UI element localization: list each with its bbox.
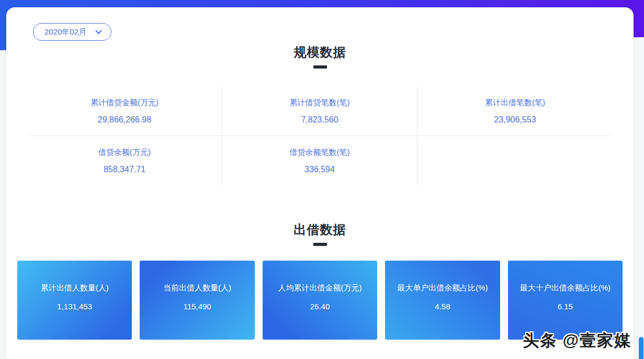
stat-value: 7,823,560 xyxy=(301,115,338,125)
stat-label: 累计借贷笔数(笔) xyxy=(290,98,350,108)
month-select[interactable]: 2020年02月 xyxy=(33,23,111,41)
card-label: 最大十户出借余额占比(%) xyxy=(520,283,611,293)
card-current-lenders: 当前出借人数量(人) 115,490 xyxy=(140,261,254,340)
card-max-single-lender-ratio: 最大单户出借余额占比(%) 4.58 xyxy=(385,261,500,340)
stat-cell-loan-balance-count: 借贷余额笔数(笔) 336,594 xyxy=(222,136,417,186)
stat-cell-loan-balance: 借贷余额(万元) 858,347.71 xyxy=(27,136,222,186)
card-label: 人均累计出借金额(万元) xyxy=(278,283,362,293)
card-total-lenders: 累计出借人数量(人) 1,131,453 xyxy=(17,261,132,340)
scale-section-title: 规模数据 xyxy=(6,44,634,61)
stat-value: 29,866,266.98 xyxy=(98,115,151,125)
title-underline xyxy=(313,65,327,69)
stat-cell-total-lend-count: 累计出借笔数(笔) 23,906,553 xyxy=(417,86,613,136)
card-max-top10-lender-ratio: 最大十户出借余额占比(%) 6.15 xyxy=(508,261,623,340)
card-label: 最大单户出借余额占比(%) xyxy=(397,283,488,293)
stat-cell-total-loan-count: 累计借贷笔数(笔) 7,823,560 xyxy=(222,86,417,136)
stat-value: 336,594 xyxy=(304,165,335,174)
stat-label: 累计出借笔数(笔) xyxy=(485,98,545,108)
watermark-text: 头条 @壹家媒 xyxy=(523,330,631,352)
card-value: 4.58 xyxy=(435,302,450,311)
card-average-lend-amount: 人均累计出借金额(万元) 26.40 xyxy=(263,261,377,340)
card-value: 1,131,453 xyxy=(57,302,92,311)
scrollbar-thumb[interactable] xyxy=(639,337,643,359)
stat-value: 858,347.71 xyxy=(104,165,145,174)
stat-label: 借贷余额(万元) xyxy=(98,148,151,158)
stat-label: 借贷余额笔数(笔) xyxy=(290,148,350,158)
stat-cell-total-loan-amount: 累计借贷金额(万元) 29,866,266.98 xyxy=(27,86,222,136)
card-value: 26.40 xyxy=(310,302,330,311)
card-value: 115,490 xyxy=(184,302,211,311)
content-card: 2020年02月 规模数据 累计借贷金额(万元) 29,866,266.98 累… xyxy=(6,7,634,359)
card-label: 当前出借人数量(人) xyxy=(163,283,231,293)
card-value: 6.15 xyxy=(558,302,573,311)
title-underline xyxy=(313,243,327,246)
month-select-value: 2020年02月 xyxy=(44,27,86,37)
stat-label: 累计借贷金额(万元) xyxy=(91,98,159,108)
lending-section-title: 出借数据 xyxy=(6,221,634,238)
chevron-down-icon xyxy=(95,30,102,35)
lending-cards-row: 累计出借人数量(人) 1,131,453 当前出借人数量(人) 115,490 … xyxy=(17,261,623,340)
stat-value: 23,906,553 xyxy=(494,115,536,125)
card-label: 累计出借人数量(人) xyxy=(41,283,109,293)
scale-stats-grid: 累计借贷金额(万元) 29,866,266.98 累计借贷笔数(笔) 7,823… xyxy=(27,86,613,186)
stat-cell-empty xyxy=(417,136,613,186)
